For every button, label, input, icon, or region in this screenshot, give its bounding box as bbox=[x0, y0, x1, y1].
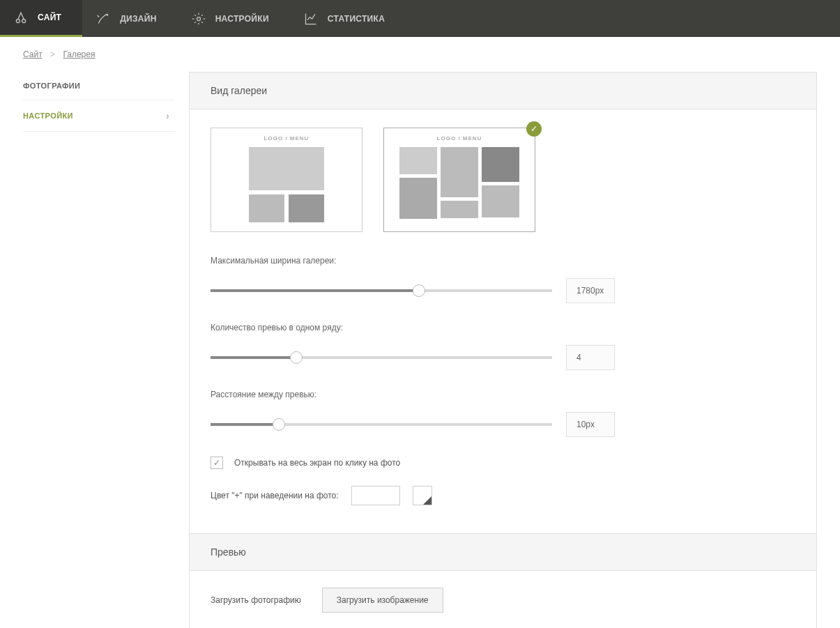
upload-row: Загрузить фотографию Загрузить изображен… bbox=[211, 588, 795, 613]
layout-option-masonry[interactable]: ✓ LOGO / MENU bbox=[383, 128, 535, 232]
breadcrumb-gallery[interactable]: Галерея bbox=[63, 49, 95, 59]
field-label: Количество превью в одном ряду: bbox=[211, 323, 795, 332]
value-max-width[interactable]: 1780px bbox=[566, 278, 615, 303]
upload-button[interactable]: Загрузить изображение bbox=[322, 588, 443, 613]
layout-thumb bbox=[289, 194, 324, 222]
tab-label: САЙТ bbox=[38, 13, 61, 22]
slider-per-row[interactable] bbox=[211, 356, 552, 359]
layout-thumb bbox=[399, 147, 437, 174]
section-title: Вид галереи bbox=[211, 85, 267, 96]
field-plus-color: Цвет "+" при наведении на фото: bbox=[211, 486, 795, 505]
check-icon: ✓ bbox=[526, 121, 542, 137]
sidebar-item-label: ФОТОГРАФИИ bbox=[23, 82, 80, 90]
value-per-row[interactable]: 4 bbox=[566, 345, 615, 370]
layout-thumb bbox=[249, 194, 284, 222]
breadcrumb-site[interactable]: Сайт bbox=[23, 49, 43, 59]
layout-thumb bbox=[482, 147, 519, 182]
layout-choices: LOGO / MENU ✓ LOGO / MENU bbox=[211, 128, 795, 232]
svg-point-0 bbox=[16, 20, 20, 23]
field-label: Цвет "+" при наведении на фото: bbox=[211, 491, 339, 500]
layout-thumb bbox=[441, 201, 478, 218]
tab-label: ДИЗАЙН bbox=[120, 14, 156, 24]
svg-point-3 bbox=[197, 17, 200, 20]
field-max-width: Максимальная ширина галереи: 1780px bbox=[211, 256, 795, 303]
svg-point-2 bbox=[107, 14, 108, 15]
checkbox-label: Открывать на весь экран по клику на фото bbox=[234, 458, 400, 468]
tab-settings[interactable]: НАСТРОЙКИ bbox=[178, 0, 290, 37]
layout-thumb bbox=[399, 178, 437, 219]
slider-max-width[interactable] bbox=[211, 289, 552, 292]
content: Вид галереи LOGO / MENU ✓ LO bbox=[189, 72, 817, 628]
slider-gap[interactable] bbox=[211, 423, 552, 426]
breadcrumb: Сайт > Галерея bbox=[0, 37, 840, 72]
section-title: Превью bbox=[211, 546, 246, 558]
chart-icon bbox=[304, 12, 318, 26]
checkbox-fullscreen[interactable]: ✓ bbox=[211, 457, 223, 469]
layout-thumb bbox=[482, 185, 519, 217]
tab-stats[interactable]: СТАТИСТИКА bbox=[290, 0, 406, 37]
gear-icon bbox=[192, 12, 206, 26]
slider-thumb[interactable] bbox=[273, 418, 285, 431]
layout-thumb bbox=[441, 147, 478, 197]
layout-logo-label: LOGO / MENU bbox=[384, 128, 535, 147]
brush-icon bbox=[96, 12, 110, 26]
layout-logo-label: LOGO / MENU bbox=[211, 128, 362, 147]
color-picker-swatch[interactable] bbox=[413, 486, 432, 505]
slider-thumb[interactable] bbox=[413, 284, 425, 297]
sidebar-item-label: НАСТРОЙКИ bbox=[23, 112, 73, 120]
tab-site[interactable]: САЙТ bbox=[0, 0, 82, 37]
tab-label: СТАТИСТИКА bbox=[328, 14, 385, 24]
tab-design[interactable]: ДИЗАЙН bbox=[82, 0, 177, 37]
value-gap[interactable]: 10px bbox=[566, 412, 615, 437]
section-preview-header: Превью bbox=[190, 533, 816, 571]
site-icon bbox=[14, 10, 28, 24]
breadcrumb-sep: > bbox=[50, 49, 55, 59]
svg-point-1 bbox=[22, 20, 26, 23]
layout-thumb bbox=[249, 147, 324, 190]
chevron-right-icon: › bbox=[166, 110, 169, 121]
sidebar: ФОТОГРАФИИ НАСТРОЙКИ › bbox=[23, 72, 183, 628]
color-input[interactable] bbox=[351, 486, 400, 505]
field-fullscreen: ✓ Открывать на весь экран по клику на фо… bbox=[211, 457, 795, 469]
top-nav: САЙТ ДИЗАЙН НАСТРОЙКИ СТАТИСТИКА bbox=[0, 0, 840, 37]
layout-option-grid[interactable]: LOGO / MENU bbox=[211, 128, 362, 232]
slider-thumb[interactable] bbox=[290, 351, 303, 364]
field-per-row: Количество превью в одном ряду: 4 bbox=[211, 323, 795, 370]
sidebar-item-photos[interactable]: ФОТОГРАФИИ bbox=[23, 72, 175, 100]
sidebar-item-settings[interactable]: НАСТРОЙКИ › bbox=[23, 100, 175, 132]
field-label: Расстояние между превью: bbox=[211, 390, 795, 399]
field-label: Максимальная ширина галереи: bbox=[211, 256, 795, 266]
tab-label: НАСТРОЙКИ bbox=[215, 14, 269, 24]
upload-label: Загрузить фотографию bbox=[211, 595, 301, 605]
section-gallery-view-header: Вид галереи bbox=[190, 72, 816, 109]
field-gap: Расстояние между превью: 10px bbox=[211, 390, 795, 437]
